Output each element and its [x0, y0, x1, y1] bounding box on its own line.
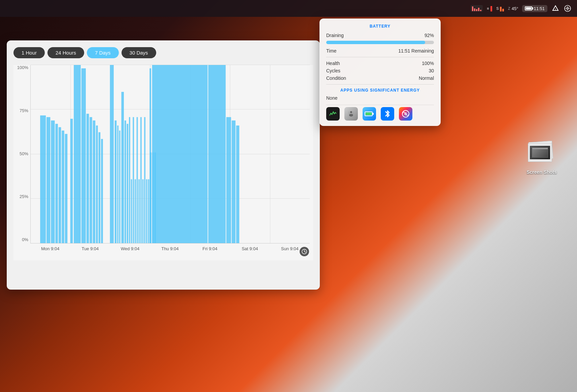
- battery-time-display: 11:51: [534, 6, 545, 11]
- btn-7-days[interactable]: 7 Days: [87, 47, 119, 58]
- cpu-bar-5: [480, 10, 481, 11]
- x-label-mon: Mon 9:04: [30, 246, 70, 251]
- y-label-25: 25%: [13, 194, 30, 199]
- y-label-75: 75%: [13, 108, 30, 113]
- battery-status-icon[interactable]: [363, 107, 376, 121]
- mem-bars: [490, 5, 492, 11]
- y-label-0: 0%: [13, 237, 30, 242]
- title-bar-preview: [532, 148, 548, 149]
- svg-rect-33: [121, 92, 124, 243]
- cycles-row: Cycles 30: [326, 68, 434, 73]
- sdu-indicator[interactable]: S: [496, 5, 504, 11]
- cpu-meter[interactable]: [471, 5, 483, 12]
- battery-progress-fill: [326, 41, 425, 44]
- health-row: Health 100%: [326, 61, 434, 66]
- chart-bars-svg: [31, 65, 310, 243]
- battery-divider-1: [326, 57, 434, 57]
- cpu-bar-4: [478, 8, 479, 11]
- svg-rect-43: [142, 179, 144, 243]
- svg-rect-29: [110, 65, 114, 243]
- cpu-bar-2: [474, 8, 475, 11]
- btn-1-hour[interactable]: 1 Hour: [13, 47, 45, 58]
- svg-rect-53: [226, 117, 231, 243]
- cpu-bar-1: [472, 6, 473, 11]
- time-row: Time 11:51 Remaining: [326, 48, 434, 54]
- svg-rect-19: [65, 134, 68, 243]
- svg-rect-31: [117, 126, 118, 243]
- svg-rect-52: [208, 65, 226, 243]
- draining-label: Draining: [326, 33, 344, 38]
- x-label-thu: Thu 9:04: [150, 246, 190, 251]
- svg-rect-16: [55, 124, 58, 243]
- time-period-buttons: 1 Hour 24 Hours 7 Days 30 Days: [13, 47, 313, 58]
- prism-icon[interactable]: [399, 107, 412, 121]
- notification-icon[interactable]: !: [551, 4, 559, 12]
- system-info-icon[interactable]: [344, 107, 358, 121]
- draining-row: Draining 92%: [326, 33, 434, 38]
- cycles-value: 30: [429, 68, 434, 73]
- x-label-sat: Sat 9:04: [230, 246, 270, 251]
- cpu-bar-3: [476, 9, 477, 11]
- svg-rect-55: [236, 126, 239, 243]
- temperature-value: 45°: [512, 6, 518, 11]
- btn-30-days[interactable]: 30 Days: [122, 47, 156, 58]
- x-label-fri: Fri 9:04: [190, 246, 230, 251]
- svg-rect-36: [129, 117, 130, 243]
- svg-rect-35: [127, 124, 128, 243]
- sdu-bar-1: [500, 7, 502, 11]
- battery-icon-small: [525, 6, 532, 10]
- svg-rect-25: [93, 121, 96, 243]
- svg-point-3: [350, 111, 352, 113]
- battery-chart: 0% 25% 50% 75% 100%: [13, 65, 313, 260]
- sdu-bar-2: [502, 9, 504, 11]
- apps-title: APPS USING SIGNIFICANT ENERGY: [326, 88, 434, 93]
- chart-window: 1 Hour 24 Hours 7 Days 30 Days 0% 25% 50…: [7, 40, 320, 290]
- temperature-display[interactable]: Z 45°: [508, 6, 518, 11]
- screen-shots-folder[interactable]: Screen Shots: [527, 141, 557, 175]
- svg-rect-17: [59, 127, 61, 243]
- battery-fill-small: [526, 7, 531, 9]
- svg-rect-44: [144, 117, 145, 243]
- none-label: None: [326, 95, 434, 101]
- y-axis-labels: 0% 25% 50% 75% 100%: [13, 65, 30, 243]
- svg-rect-50: [149, 68, 151, 243]
- battery-menu-item[interactable]: 11:51: [522, 5, 547, 12]
- svg-rect-13: [40, 116, 46, 243]
- battery-panel-title: BATTERY: [326, 24, 434, 29]
- svg-rect-21: [74, 65, 81, 243]
- temp-unit-label: Z: [508, 6, 510, 10]
- screenshot-inner: [532, 148, 548, 158]
- menu-bar: ≡ S Z 45° 11:51: [0, 0, 577, 17]
- svg-rect-34: [125, 121, 126, 243]
- clock-icon[interactable]: [300, 247, 309, 256]
- svg-rect-32: [119, 131, 121, 243]
- mem-indicator[interactable]: ≡: [487, 5, 492, 11]
- svg-rect-41: [138, 179, 140, 243]
- battery-panel: BATTERY Draining 92% Time 11:51 Remainin…: [319, 19, 441, 126]
- svg-rect-28: [101, 139, 103, 243]
- bluetooth-icon[interactable]: [381, 107, 394, 121]
- svg-rect-38: [133, 117, 134, 243]
- folder-icon-stack: [527, 141, 557, 167]
- time-label: Time: [326, 48, 337, 54]
- svg-rect-51: [152, 65, 208, 243]
- paper-main: [528, 143, 552, 162]
- sdu-bars: [500, 5, 504, 11]
- y-label-50: 50%: [13, 151, 30, 156]
- screen-time-icon[interactable]: [564, 4, 572, 12]
- svg-rect-15: [51, 121, 55, 243]
- draining-value: 92%: [425, 33, 434, 38]
- activity-monitor-icon[interactable]: [326, 107, 340, 121]
- svg-rect-9: [372, 113, 374, 115]
- btn-24-hours[interactable]: 24 Hours: [47, 47, 84, 58]
- cycles-label: Cycles: [326, 68, 340, 73]
- mem-bar-1: [490, 6, 492, 11]
- chart-inner-area: [30, 65, 310, 243]
- battery-divider-2: [326, 84, 434, 85]
- condition-value: Normal: [419, 75, 434, 81]
- svg-text:!: !: [555, 8, 556, 11]
- svg-rect-20: [70, 119, 73, 243]
- health-value: 100%: [422, 61, 434, 66]
- health-label: Health: [326, 61, 340, 66]
- screen-shots-label: Screen Shots: [527, 169, 556, 175]
